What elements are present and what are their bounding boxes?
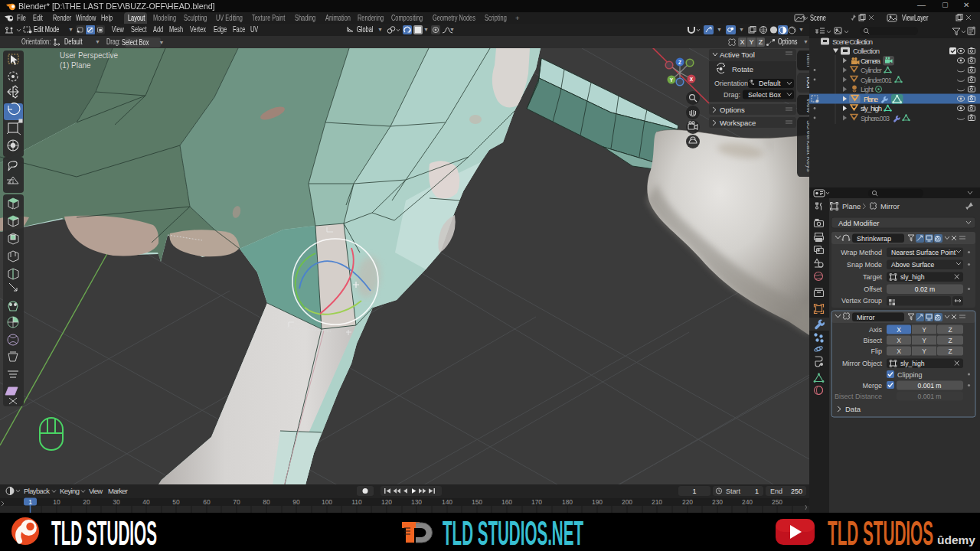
svg-text:Clipping: Clipping bbox=[897, 371, 923, 379]
svg-text:Z: Z bbox=[948, 337, 952, 344]
svg-text:20: 20 bbox=[83, 498, 90, 506]
svg-text:User Perspective: User Perspective bbox=[60, 51, 119, 60]
svg-text:230: 230 bbox=[712, 498, 723, 506]
svg-text:Rotate: Rotate bbox=[732, 65, 753, 73]
svg-text:Light: Light bbox=[861, 85, 874, 93]
svg-text:170: 170 bbox=[531, 498, 542, 506]
svg-text:(1) Plane: (1) Plane bbox=[60, 61, 91, 70]
svg-text:Marker: Marker bbox=[108, 487, 128, 495]
svg-text:1: 1 bbox=[755, 487, 759, 495]
svg-text:80: 80 bbox=[263, 498, 270, 506]
svg-text:Bisect: Bisect bbox=[863, 337, 882, 344]
svg-text:sly_high: sly_high bbox=[900, 273, 925, 281]
svg-text:0.02 m: 0.02 m bbox=[915, 285, 935, 293]
svg-text:120: 120 bbox=[381, 498, 392, 506]
svg-text:X: X bbox=[897, 326, 901, 334]
svg-text:Cylinder.001: Cylinder.001 bbox=[861, 76, 892, 84]
svg-text:X: X bbox=[897, 347, 901, 355]
svg-text:Playback: Playback bbox=[24, 487, 50, 495]
svg-text:Collection: Collection bbox=[853, 47, 880, 55]
svg-text:0.001 m: 0.001 m bbox=[917, 393, 941, 400]
svg-text:60: 60 bbox=[203, 498, 211, 506]
svg-text:1: 1 bbox=[692, 487, 696, 495]
svg-text:130: 130 bbox=[411, 498, 422, 506]
svg-text:Nearest Surface Point: Nearest Surface Point bbox=[891, 249, 956, 256]
svg-text:Mirror: Mirror bbox=[880, 202, 900, 210]
svg-text:ûdemy: ûdemy bbox=[937, 533, 975, 546]
svg-text:Z: Z bbox=[678, 60, 681, 65]
svg-text:Start: Start bbox=[726, 487, 741, 495]
svg-text:X: X bbox=[690, 77, 694, 82]
svg-text:40: 40 bbox=[142, 498, 150, 506]
svg-text:90: 90 bbox=[292, 498, 300, 506]
svg-text:Y: Y bbox=[922, 326, 926, 334]
svg-text:250: 250 bbox=[772, 498, 782, 506]
svg-text:TLD STUDIOS: TLD STUDIOS bbox=[51, 514, 157, 551]
svg-text:Z: Z bbox=[948, 326, 952, 334]
svg-text:Cylinder: Cylinder bbox=[861, 66, 882, 74]
svg-text:TLD STUDIOS: TLD STUDIOS bbox=[828, 514, 933, 551]
svg-text:Keying: Keying bbox=[60, 487, 80, 495]
svg-text:1: 1 bbox=[28, 498, 32, 506]
svg-text:Sphere.003: Sphere.003 bbox=[861, 114, 890, 122]
svg-text:Y: Y bbox=[670, 77, 674, 83]
svg-text:Above Surface: Above Surface bbox=[891, 261, 935, 269]
svg-text:sly_high: sly_high bbox=[861, 104, 882, 112]
svg-text:200: 200 bbox=[622, 498, 632, 506]
svg-text:0.001 m: 0.001 m bbox=[917, 382, 941, 390]
svg-text:140: 140 bbox=[442, 498, 452, 506]
svg-text:Workspace: Workspace bbox=[720, 119, 756, 127]
svg-text:TLD STUDIOS.NET: TLD STUDIOS.NET bbox=[443, 514, 583, 551]
svg-text:Snap Mode: Snap Mode bbox=[847, 261, 882, 269]
svg-text:180: 180 bbox=[562, 498, 573, 506]
svg-text:70: 70 bbox=[233, 498, 240, 506]
svg-text:210: 210 bbox=[652, 498, 662, 506]
svg-text:Default: Default bbox=[759, 80, 781, 87]
svg-text:Y: Y bbox=[922, 347, 926, 355]
svg-text:Mirror: Mirror bbox=[857, 314, 875, 321]
svg-text:Axis: Axis bbox=[869, 326, 883, 334]
svg-text:Offset: Offset bbox=[864, 285, 882, 293]
svg-text:sly_high: sly_high bbox=[900, 360, 925, 367]
svg-text:50: 50 bbox=[172, 498, 180, 506]
svg-text:Scene Collection: Scene Collection bbox=[832, 37, 873, 46]
svg-text:Orientation: Orientation bbox=[714, 80, 748, 87]
svg-text:100: 100 bbox=[322, 498, 332, 506]
svg-text:Flip: Flip bbox=[871, 347, 882, 355]
svg-text:Options: Options bbox=[720, 106, 745, 114]
svg-text:Drag:: Drag: bbox=[724, 91, 740, 99]
svg-text:Shrinkwrap: Shrinkwrap bbox=[857, 235, 891, 243]
svg-text:Camera: Camera bbox=[861, 57, 881, 65]
svg-text:Bisect Distance: Bisect Distance bbox=[835, 393, 882, 400]
svg-text:Plane: Plane bbox=[842, 202, 861, 210]
svg-text:110: 110 bbox=[351, 498, 362, 506]
svg-text:10: 10 bbox=[53, 498, 60, 506]
svg-text:End: End bbox=[770, 487, 782, 495]
svg-text:Wrap Method: Wrap Method bbox=[841, 249, 882, 256]
svg-text:Plane: Plane bbox=[864, 95, 878, 103]
svg-text:X: X bbox=[897, 337, 901, 344]
svg-text:160: 160 bbox=[501, 498, 512, 506]
svg-text:220: 220 bbox=[682, 498, 693, 506]
svg-text:Data: Data bbox=[845, 405, 861, 413]
svg-text:Z: Z bbox=[948, 347, 952, 355]
svg-text:30: 30 bbox=[113, 498, 120, 506]
svg-text:Mirror Object: Mirror Object bbox=[842, 360, 883, 367]
svg-text:150: 150 bbox=[472, 498, 482, 506]
svg-text:Y: Y bbox=[922, 337, 926, 344]
svg-text:View: View bbox=[89, 487, 103, 495]
svg-text:240: 240 bbox=[742, 498, 753, 506]
svg-text:Select Box: Select Box bbox=[748, 91, 782, 99]
svg-text:Add Modifier: Add Modifier bbox=[838, 219, 879, 227]
svg-text:250: 250 bbox=[791, 487, 802, 495]
svg-text:Active Tool: Active Tool bbox=[720, 51, 755, 59]
svg-text:190: 190 bbox=[592, 498, 603, 506]
svg-text:Merge: Merge bbox=[862, 382, 882, 390]
svg-text:Target: Target bbox=[863, 273, 883, 281]
svg-text:Vertex Group: Vertex Group bbox=[841, 297, 882, 305]
